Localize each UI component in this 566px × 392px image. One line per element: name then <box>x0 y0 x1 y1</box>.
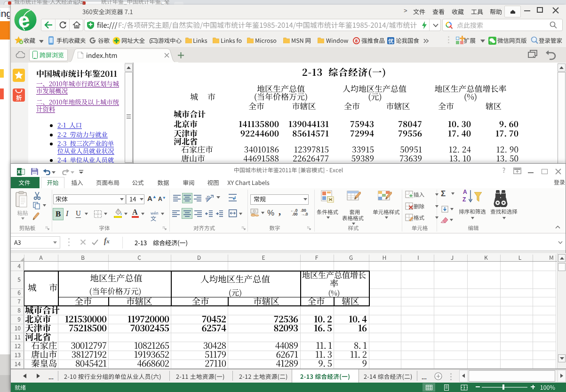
svg-text:ab: ab <box>206 194 211 201</box>
